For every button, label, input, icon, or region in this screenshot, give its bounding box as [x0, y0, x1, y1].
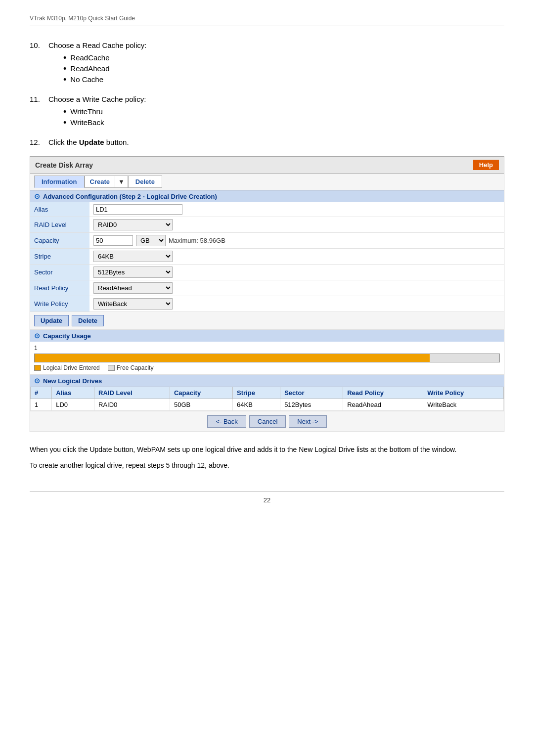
stripe-select[interactable]: 64KB — [93, 251, 173, 262]
header-rule — [30, 26, 504, 26]
capacity-bar-section: 1 Logical Drive Entered Free Capacity — [30, 342, 504, 375]
bullet-item: •ReadCache — [63, 53, 146, 62]
legend-used-box — [34, 365, 41, 371]
form-row-stripe: Stripe 64KB — [30, 249, 504, 265]
new-drives-section-header: ⊙ New Logical Drives — [30, 375, 504, 387]
capacity-free-bar — [430, 354, 499, 362]
update-button[interactable]: Update — [34, 315, 69, 326]
description-2: To create another logical drive, repeat … — [30, 460, 504, 471]
bullet-item: •WriteBack — [63, 118, 146, 127]
tab-information[interactable]: Information — [34, 176, 85, 188]
capacity-bar — [34, 354, 500, 362]
row-read-policy: ReadAhead — [343, 399, 423, 411]
section-icon: ⊙ — [34, 192, 40, 200]
capacity-legend: Logical Drive Entered Free Capacity — [34, 364, 500, 371]
capacity-usage-section-header: ⊙ Capacity Usage — [30, 330, 504, 342]
bullet-item: •WriteThru — [63, 107, 146, 116]
col-stripe: Stripe — [233, 387, 280, 399]
raid-select[interactable]: RAID0 — [93, 219, 173, 230]
row-raid: RAID0 — [94, 399, 170, 411]
tab-create-dropdown: Create ▼ — [85, 176, 128, 188]
capacity-used-bar — [35, 354, 430, 362]
page-number: 22 — [30, 496, 504, 504]
stripe-label: Stripe — [30, 249, 89, 265]
capacity-label: Capacity — [30, 233, 89, 249]
numbered-list: 10. Choose a Read Cache policy: •ReadCac… — [30, 41, 504, 146]
col-raid: RAID Level — [94, 387, 170, 399]
form-row-alias: Alias — [30, 202, 504, 217]
footer-rule — [30, 491, 504, 491]
alias-input[interactable] — [93, 204, 182, 215]
read-policy-select[interactable]: ReadAhead — [93, 282, 173, 294]
panel-title: Create Disk Array — [35, 161, 93, 169]
new-drives-icon: ⊙ — [34, 377, 40, 385]
description-1: When you click the Update button, WebPAM… — [30, 444, 504, 455]
tab-delete[interactable]: Delete — [128, 176, 162, 188]
row-capacity: 50GB — [170, 399, 232, 411]
form-table: Alias RAID Level RAID0 Capacity GB — [30, 202, 504, 312]
sector-select[interactable]: 512Bytes — [93, 267, 173, 278]
legend-free: Free Capacity — [108, 364, 154, 371]
tabs-row: Information Create ▼ Delete — [30, 174, 504, 190]
drives-table: # Alias RAID Level Capacity Stripe Secto… — [30, 387, 504, 411]
sector-value: 512Bytes — [89, 265, 504, 280]
raid-value: RAID0 — [89, 217, 504, 233]
write-policy-value: WriteBack — [89, 296, 504, 312]
bullet-item: •ReadAhead — [63, 64, 146, 73]
write-policy-select[interactable]: WriteBack — [93, 298, 173, 310]
list-item-11: 11. Choose a Write Cache policy: •WriteT… — [30, 95, 504, 129]
page-header: VTrak M310p, M210p Quick Start Guide — [30, 15, 504, 22]
capacity-row-label: 1 — [34, 345, 500, 352]
drives-table-header-row: # Alias RAID Level Capacity Stripe Secto… — [31, 387, 504, 399]
sector-label: Sector — [30, 265, 89, 280]
write-policy-label: Write Policy — [30, 296, 89, 312]
action-buttons-row: Update Delete — [30, 312, 504, 330]
legend-used: Logical Drive Entered — [34, 364, 100, 371]
form-row-raid: RAID Level RAID0 — [30, 217, 504, 233]
row-stripe: 64KB — [233, 399, 280, 411]
col-num: # — [31, 387, 52, 399]
form-row-write-policy: Write Policy WriteBack — [30, 296, 504, 312]
list-item-10: 10. Choose a Read Cache policy: •ReadCac… — [30, 41, 504, 86]
col-capacity: Capacity — [170, 387, 232, 399]
help-button[interactable]: Help — [473, 160, 499, 170]
col-sector: Sector — [280, 387, 343, 399]
row-alias: LD0 — [52, 399, 94, 411]
alias-value — [89, 202, 504, 217]
row-write-policy: WriteBack — [423, 399, 504, 411]
col-alias: Alias — [52, 387, 94, 399]
form-row-sector: Sector 512Bytes — [30, 265, 504, 280]
panel-header: Create Disk Array Help — [30, 157, 504, 174]
read-policy-label: Read Policy — [30, 280, 89, 296]
capacity-section-icon: ⊙ — [34, 332, 40, 340]
col-read-policy: Read Policy — [343, 387, 423, 399]
form-row-capacity: Capacity GB Maximum: 58.96GB — [30, 233, 504, 249]
delete-button[interactable]: Delete — [72, 315, 104, 326]
capacity-input[interactable] — [93, 235, 133, 246]
col-write-policy: Write Policy — [423, 387, 504, 399]
alias-label: Alias — [30, 202, 89, 217]
capacity-value: GB Maximum: 58.96GB — [89, 233, 504, 249]
legend-free-box — [108, 365, 115, 371]
tab-create-arrow[interactable]: ▼ — [115, 176, 128, 188]
table-row: 1 LD0 RAID0 50GB 64KB 512Bytes ReadAhead… — [31, 399, 504, 411]
bullet-list-11: •WriteThru •WriteBack — [63, 107, 146, 127]
row-sector: 512Bytes — [280, 399, 343, 411]
cancel-button[interactable]: Cancel — [249, 415, 286, 428]
create-disk-array-panel: Create Disk Array Help Information Creat… — [30, 156, 504, 432]
form-row-read-policy: Read Policy ReadAhead — [30, 280, 504, 296]
raid-label: RAID Level — [30, 217, 89, 233]
back-button[interactable]: <- Back — [207, 415, 246, 428]
stripe-value: 64KB — [89, 249, 504, 265]
row-num: 1 — [31, 399, 52, 411]
read-policy-value: ReadAhead — [89, 280, 504, 296]
list-item-12: 12. Click the Update button. — [30, 138, 504, 146]
nav-buttons: <- Back Cancel Next -> — [30, 411, 504, 432]
advanced-config-section-header: ⊙ Advanced Configuration (Step 2 - Logic… — [30, 190, 504, 202]
bullet-list-10: •ReadCache •ReadAhead •No Cache — [63, 53, 146, 84]
tab-create[interactable]: Create — [85, 176, 115, 188]
capacity-max: Maximum: 58.96GB — [169, 237, 225, 244]
next-button[interactable]: Next -> — [289, 415, 326, 428]
bullet-item: •No Cache — [63, 75, 146, 84]
capacity-unit-select[interactable]: GB — [136, 235, 166, 246]
